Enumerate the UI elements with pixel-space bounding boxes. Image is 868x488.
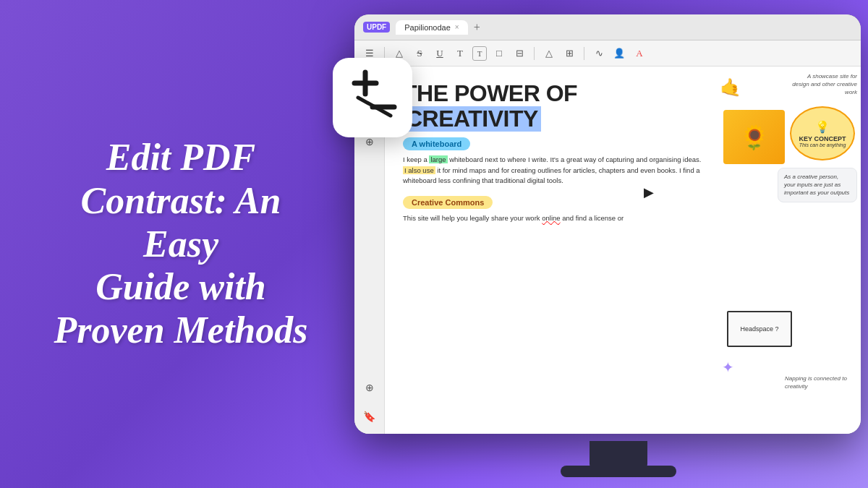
pdf-content: THE POWER OF CREATIVITY A whiteboard I k… [385, 67, 861, 434]
highlight-large: large [429, 155, 447, 163]
creative-showcase-text: A showcase site for design and other cre… [792, 72, 857, 97]
key-concept-bubble: 💡 KEY CONCEPT This can be anything [790, 106, 855, 160]
toolbar: ☰ △ S U T T □ ⊟ △ ⊞ ∿ 👤 A [354, 40, 861, 67]
cursor-arrow-icon: ▶ [644, 184, 654, 200]
toolbar-user-icon[interactable]: 👤 [611, 46, 627, 61]
toolbar-text-icon[interactable]: T [452, 46, 468, 61]
pdf-body-whiteboard: I keep a large whiteboard next to where … [403, 155, 702, 186]
left-panel: Edit PDF Contrast: An Easy Guide with Pr… [0, 93, 347, 395]
headspace-box: Headspace ? [727, 311, 792, 347]
toolbar-shape-icon[interactable]: △ [541, 46, 557, 61]
tab-add-button[interactable]: + [474, 21, 480, 34]
toolbar-grid-icon[interactable]: ⊞ [561, 46, 577, 61]
pdf-title-creativity: CREATIVITY [403, 106, 702, 132]
speech-bubble: As a creative person, your inputs are ju… [778, 168, 857, 202]
toolbar-cursor-icon[interactable]: ∿ [591, 46, 607, 61]
monitor-container: UPDF Papilionodae × + ☰ △ S U T T □ ⊟ △ [354, 14, 868, 477]
pdf-right-panel: 🤙 A showcase site for design and other c… [716, 67, 861, 434]
toolbar-font-icon[interactable]: A [631, 46, 647, 61]
pdf-title-power: THE POWER OF [403, 81, 702, 106]
tab-label: Papilionodae [404, 23, 451, 32]
key-concept-subtitle: This can be anything [799, 142, 846, 147]
app-tab[interactable]: Papilionodae × [396, 20, 467, 35]
sunflower-image: 🌻 [723, 110, 785, 164]
title-line-3: Guide with [95, 266, 266, 307]
napping-note: Napping is connected to creativity [785, 375, 857, 390]
sidebar-icon-bookmark[interactable]: 🔖 [359, 406, 380, 427]
speech-bubble-text: As a creative person, your inputs are ju… [784, 174, 849, 196]
creativity-highlight: CREATIVITY [403, 106, 541, 132]
creative-text: A showcase site for design and other cre… [792, 73, 857, 95]
toolbar-box1-icon[interactable]: □ [491, 46, 507, 61]
title-line-4: Proven Methods [54, 309, 308, 351]
toolbar-text2-icon[interactable]: T [472, 46, 487, 61]
monitor-frame: UPDF Papilionodae × + ☰ △ S U T T □ ⊟ △ [354, 14, 861, 434]
monitor-base [561, 466, 676, 477]
headspace-text: Headspace ? [740, 325, 778, 333]
title-line-1: Edit PDF [106, 137, 256, 178]
title-bar: UPDF Papilionodae × + [354, 14, 861, 40]
sidebar-icon-layers[interactable]: ⊕ [359, 377, 380, 398]
plus-minus-symbol [344, 65, 401, 130]
main-title: Edit PDF Contrast: An Easy Guide with Pr… [43, 136, 318, 352]
bulb-icon: 💡 [815, 120, 830, 134]
underline-online: online [542, 214, 560, 222]
tab-close-button[interactable]: × [455, 23, 459, 31]
app-logo: UPDF [363, 22, 390, 33]
star-icon: ✦ [722, 359, 734, 376]
toolbar-strikethrough-icon[interactable]: S [412, 46, 427, 61]
title-line-2: Contrast: An Easy [81, 180, 281, 265]
pdf-left-panel: THE POWER OF CREATIVITY A whiteboard I k… [385, 67, 716, 434]
highlight-i-also-use: I also use [403, 166, 435, 174]
plus-minus-icon [333, 58, 412, 137]
napping-text: Napping is connected to creativity [785, 375, 847, 389]
toolbar-box2-icon[interactable]: ⊟ [511, 46, 527, 61]
toolbar-divider-2 [534, 47, 535, 60]
main-content-area: ⤢ ⊡ ⊕ ⊕ 🔖 THE POWER OF CREATIVITY [354, 67, 861, 434]
hand-icon: 🤙 [720, 77, 741, 98]
pdf-body-creative: This site will help you legally share yo… [403, 213, 702, 223]
creative-commons-badge: Creative Commons [403, 196, 493, 209]
app-ui: UPDF Papilionodae × + ☰ △ S U T T □ ⊟ △ [354, 14, 861, 434]
whiteboard-badge: A whiteboard [403, 137, 470, 150]
key-concept-title: KEY CONCEPT [799, 135, 846, 142]
toolbar-underline-icon[interactable]: U [432, 46, 448, 61]
toolbar-divider-3 [584, 47, 584, 60]
